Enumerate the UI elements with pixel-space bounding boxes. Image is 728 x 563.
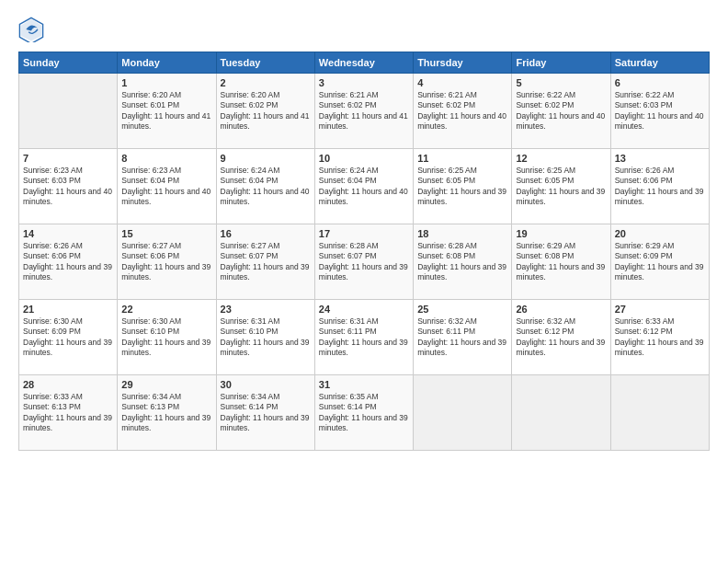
day-number: 3 bbox=[319, 77, 409, 88]
cell-info: Sunrise: 6:25 AMSunset: 6:05 PMDaylight:… bbox=[516, 166, 606, 208]
calendar-cell: 25Sunrise: 6:32 AMSunset: 6:11 PMDayligh… bbox=[414, 300, 512, 375]
cell-info: Sunrise: 6:23 AMSunset: 6:04 PMDaylight:… bbox=[121, 166, 211, 208]
weekday-header: Wednesday bbox=[314, 52, 413, 74]
calendar-cell: 14Sunrise: 6:26 AMSunset: 6:06 PMDayligh… bbox=[19, 224, 118, 300]
day-number: 13 bbox=[615, 153, 705, 164]
calendar-cell: 17Sunrise: 6:28 AMSunset: 6:07 PMDayligh… bbox=[314, 224, 413, 300]
weekday-header: Friday bbox=[512, 52, 610, 74]
day-number: 26 bbox=[516, 304, 606, 315]
logo bbox=[18, 17, 48, 42]
calendar-header: SundayMondayTuesdayWednesdayThursdayFrid… bbox=[19, 52, 710, 74]
calendar-cell: 18Sunrise: 6:28 AMSunset: 6:08 PMDayligh… bbox=[414, 224, 512, 300]
cell-info: Sunrise: 6:25 AMSunset: 6:05 PMDaylight:… bbox=[417, 166, 507, 208]
cell-info: Sunrise: 6:31 AMSunset: 6:10 PMDaylight:… bbox=[221, 316, 311, 359]
calendar-cell bbox=[19, 74, 118, 149]
calendar-week-row: 14Sunrise: 6:26 AMSunset: 6:06 PMDayligh… bbox=[19, 224, 710, 300]
cell-info: Sunrise: 6:28 AMSunset: 6:08 PMDaylight:… bbox=[417, 241, 507, 283]
day-number: 7 bbox=[23, 153, 113, 164]
day-number: 29 bbox=[121, 379, 211, 390]
cell-info: Sunrise: 6:32 AMSunset: 6:12 PMDaylight:… bbox=[516, 316, 606, 359]
cell-info: Sunrise: 6:30 AMSunset: 6:10 PMDaylight:… bbox=[121, 316, 211, 359]
calendar-cell: 31Sunrise: 6:35 AMSunset: 6:14 PMDayligh… bbox=[314, 375, 413, 451]
weekday-header: Thursday bbox=[414, 52, 512, 74]
day-number: 30 bbox=[221, 379, 311, 390]
day-number: 24 bbox=[319, 304, 409, 315]
calendar-cell: 15Sunrise: 6:27 AMSunset: 6:06 PMDayligh… bbox=[118, 224, 216, 300]
day-number: 10 bbox=[319, 153, 409, 164]
calendar-body: 1Sunrise: 6:20 AMSunset: 6:01 PMDaylight… bbox=[19, 74, 710, 451]
day-number: 18 bbox=[417, 228, 507, 239]
day-number: 9 bbox=[221, 153, 311, 164]
cell-info: Sunrise: 6:27 AMSunset: 6:06 PMDaylight:… bbox=[121, 241, 211, 283]
cell-info: Sunrise: 6:28 AMSunset: 6:07 PMDaylight:… bbox=[319, 241, 409, 283]
calendar-cell: 30Sunrise: 6:34 AMSunset: 6:14 PMDayligh… bbox=[216, 375, 314, 451]
calendar-cell: 4Sunrise: 6:21 AMSunset: 6:02 PMDaylight… bbox=[414, 74, 512, 149]
calendar-cell: 5Sunrise: 6:22 AMSunset: 6:02 PMDaylight… bbox=[512, 74, 610, 149]
calendar-cell: 13Sunrise: 6:26 AMSunset: 6:06 PMDayligh… bbox=[610, 149, 709, 224]
cell-info: Sunrise: 6:24 AMSunset: 6:04 PMDaylight:… bbox=[221, 166, 311, 208]
calendar-cell: 23Sunrise: 6:31 AMSunset: 6:10 PMDayligh… bbox=[216, 300, 314, 375]
calendar-cell: 24Sunrise: 6:31 AMSunset: 6:11 PMDayligh… bbox=[314, 300, 413, 375]
cell-info: Sunrise: 6:29 AMSunset: 6:09 PMDaylight:… bbox=[615, 241, 705, 283]
cell-info: Sunrise: 6:26 AMSunset: 6:06 PMDaylight:… bbox=[615, 166, 705, 208]
weekday-header: Saturday bbox=[610, 52, 709, 74]
calendar-cell bbox=[414, 375, 512, 451]
calendar-cell: 1Sunrise: 6:20 AMSunset: 6:01 PMDaylight… bbox=[118, 74, 216, 149]
cell-info: Sunrise: 6:22 AMSunset: 6:02 PMDaylight:… bbox=[516, 90, 606, 132]
day-number: 5 bbox=[516, 77, 606, 88]
cell-info: Sunrise: 6:27 AMSunset: 6:07 PMDaylight:… bbox=[221, 241, 311, 283]
calendar-week-row: 1Sunrise: 6:20 AMSunset: 6:01 PMDaylight… bbox=[19, 74, 710, 149]
day-number: 1 bbox=[121, 77, 211, 88]
calendar-cell: 8Sunrise: 6:23 AMSunset: 6:04 PMDaylight… bbox=[118, 149, 216, 224]
calendar-week-row: 21Sunrise: 6:30 AMSunset: 6:09 PMDayligh… bbox=[19, 300, 710, 375]
calendar-table: SundayMondayTuesdayWednesdayThursdayFrid… bbox=[18, 52, 710, 451]
cell-info: Sunrise: 6:32 AMSunset: 6:11 PMDaylight:… bbox=[417, 316, 507, 359]
day-number: 27 bbox=[615, 304, 705, 315]
day-number: 25 bbox=[417, 304, 507, 315]
calendar-cell: 12Sunrise: 6:25 AMSunset: 6:05 PMDayligh… bbox=[512, 149, 610, 224]
calendar-cell: 28Sunrise: 6:33 AMSunset: 6:13 PMDayligh… bbox=[19, 375, 118, 451]
day-number: 21 bbox=[23, 304, 113, 315]
cell-info: Sunrise: 6:29 AMSunset: 6:08 PMDaylight:… bbox=[516, 241, 606, 283]
calendar-cell: 26Sunrise: 6:32 AMSunset: 6:12 PMDayligh… bbox=[512, 300, 610, 375]
calendar-cell: 29Sunrise: 6:34 AMSunset: 6:13 PMDayligh… bbox=[118, 375, 216, 451]
calendar-cell: 19Sunrise: 6:29 AMSunset: 6:08 PMDayligh… bbox=[512, 224, 610, 300]
calendar-cell: 16Sunrise: 6:27 AMSunset: 6:07 PMDayligh… bbox=[216, 224, 314, 300]
cell-info: Sunrise: 6:26 AMSunset: 6:06 PMDaylight:… bbox=[23, 241, 113, 283]
weekday-header: Tuesday bbox=[216, 52, 314, 74]
calendar-cell: 7Sunrise: 6:23 AMSunset: 6:03 PMDaylight… bbox=[19, 149, 118, 224]
calendar-cell: 22Sunrise: 6:30 AMSunset: 6:10 PMDayligh… bbox=[118, 300, 216, 375]
day-number: 4 bbox=[417, 77, 507, 88]
cell-info: Sunrise: 6:31 AMSunset: 6:11 PMDaylight:… bbox=[319, 316, 409, 359]
cell-info: Sunrise: 6:30 AMSunset: 6:09 PMDaylight:… bbox=[23, 316, 113, 359]
day-number: 11 bbox=[417, 153, 507, 164]
cell-info: Sunrise: 6:21 AMSunset: 6:02 PMDaylight:… bbox=[319, 90, 409, 132]
day-number: 6 bbox=[615, 77, 705, 88]
calendar-cell: 21Sunrise: 6:30 AMSunset: 6:09 PMDayligh… bbox=[19, 300, 118, 375]
cell-info: Sunrise: 6:34 AMSunset: 6:13 PMDaylight:… bbox=[121, 392, 211, 434]
logo-icon bbox=[18, 17, 44, 42]
header bbox=[18, 17, 710, 42]
cell-info: Sunrise: 6:20 AMSunset: 6:02 PMDaylight:… bbox=[221, 90, 311, 132]
weekday-row: SundayMondayTuesdayWednesdayThursdayFrid… bbox=[19, 52, 710, 74]
calendar-cell: 10Sunrise: 6:24 AMSunset: 6:04 PMDayligh… bbox=[314, 149, 413, 224]
calendar-week-row: 7Sunrise: 6:23 AMSunset: 6:03 PMDaylight… bbox=[19, 149, 710, 224]
day-number: 15 bbox=[121, 228, 211, 239]
cell-info: Sunrise: 6:21 AMSunset: 6:02 PMDaylight:… bbox=[417, 90, 507, 132]
cell-info: Sunrise: 6:33 AMSunset: 6:13 PMDaylight:… bbox=[23, 392, 113, 434]
cell-info: Sunrise: 6:23 AMSunset: 6:03 PMDaylight:… bbox=[23, 166, 113, 208]
calendar-cell: 9Sunrise: 6:24 AMSunset: 6:04 PMDaylight… bbox=[216, 149, 314, 224]
day-number: 12 bbox=[516, 153, 606, 164]
cell-info: Sunrise: 6:24 AMSunset: 6:04 PMDaylight:… bbox=[319, 166, 409, 208]
calendar-cell: 27Sunrise: 6:33 AMSunset: 6:12 PMDayligh… bbox=[610, 300, 709, 375]
cell-info: Sunrise: 6:34 AMSunset: 6:14 PMDaylight:… bbox=[221, 392, 311, 434]
day-number: 22 bbox=[121, 304, 211, 315]
day-number: 2 bbox=[221, 77, 311, 88]
day-number: 31 bbox=[319, 379, 409, 390]
weekday-header: Sunday bbox=[19, 52, 118, 74]
calendar-cell: 11Sunrise: 6:25 AMSunset: 6:05 PMDayligh… bbox=[414, 149, 512, 224]
calendar-cell bbox=[512, 375, 610, 451]
calendar-cell: 2Sunrise: 6:20 AMSunset: 6:02 PMDaylight… bbox=[216, 74, 314, 149]
day-number: 14 bbox=[23, 228, 113, 239]
calendar-cell: 3Sunrise: 6:21 AMSunset: 6:02 PMDaylight… bbox=[314, 74, 413, 149]
